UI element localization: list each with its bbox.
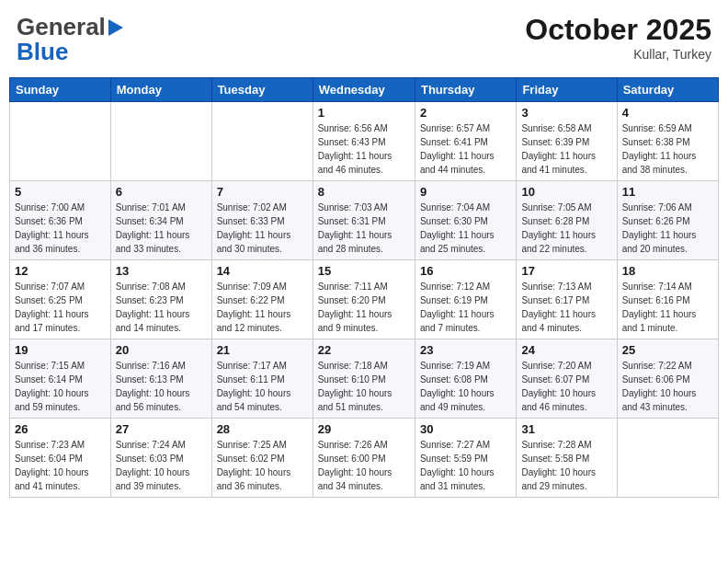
day-number: 8 <box>318 185 410 199</box>
calendar-day-26: 26Sunrise: 7:23 AM Sunset: 6:04 PM Dayli… <box>10 419 111 498</box>
day-number: 3 <box>521 106 611 120</box>
day-info: Sunrise: 7:13 AM Sunset: 6:17 PM Dayligh… <box>521 280 611 335</box>
calendar-day-23: 23Sunrise: 7:19 AM Sunset: 6:08 PM Dayli… <box>415 339 516 419</box>
day-number: 2 <box>420 106 511 120</box>
weekday-header-saturday: Saturday <box>617 78 718 102</box>
calendar-empty-cell <box>10 102 111 181</box>
day-number: 6 <box>116 185 207 199</box>
day-number: 9 <box>420 185 511 199</box>
day-info: Sunrise: 7:16 AM Sunset: 6:13 PM Dayligh… <box>116 359 207 414</box>
calendar-day-27: 27Sunrise: 7:24 AM Sunset: 6:03 PM Dayli… <box>110 419 211 498</box>
day-number: 16 <box>420 264 511 278</box>
day-info: Sunrise: 7:07 AM Sunset: 6:25 PM Dayligh… <box>15 280 106 335</box>
day-info: Sunrise: 7:27 AM Sunset: 5:59 PM Dayligh… <box>420 438 511 493</box>
calendar-day-15: 15Sunrise: 7:11 AM Sunset: 6:20 PM Dayli… <box>313 260 415 339</box>
day-number: 25 <box>622 343 713 357</box>
day-number: 4 <box>622 106 713 120</box>
weekday-header-wednesday: Wednesday <box>313 78 415 102</box>
calendar-day-14: 14Sunrise: 7:09 AM Sunset: 6:22 PM Dayli… <box>211 260 313 339</box>
calendar-day-6: 6Sunrise: 7:01 AM Sunset: 6:34 PM Daylig… <box>110 181 211 260</box>
day-info: Sunrise: 7:20 AM Sunset: 6:07 PM Dayligh… <box>521 359 611 414</box>
day-number: 27 <box>116 422 207 436</box>
logo: General Blue <box>17 13 124 66</box>
day-number: 26 <box>15 422 106 436</box>
day-info: Sunrise: 7:05 AM Sunset: 6:28 PM Dayligh… <box>521 201 611 256</box>
calendar-week-row: 19Sunrise: 7:15 AM Sunset: 6:14 PM Dayli… <box>10 339 719 419</box>
calendar-day-21: 21Sunrise: 7:17 AM Sunset: 6:11 PM Dayli… <box>211 339 313 419</box>
calendar-day-16: 16Sunrise: 7:12 AM Sunset: 6:19 PM Dayli… <box>415 260 516 339</box>
day-number: 1 <box>318 106 410 120</box>
day-number: 12 <box>15 264 106 278</box>
day-number: 19 <box>15 343 106 357</box>
calendar-day-31: 31Sunrise: 7:28 AM Sunset: 5:58 PM Dayli… <box>517 419 617 498</box>
day-number: 14 <box>217 264 308 278</box>
day-number: 30 <box>420 422 511 436</box>
day-info: Sunrise: 7:18 AM Sunset: 6:10 PM Dayligh… <box>318 359 410 414</box>
day-info: Sunrise: 6:56 AM Sunset: 6:43 PM Dayligh… <box>318 121 410 177</box>
day-info: Sunrise: 7:19 AM Sunset: 6:08 PM Dayligh… <box>420 359 511 414</box>
title-block: October 2025 Kullar, Turkey <box>525 13 711 62</box>
day-number: 15 <box>318 264 410 278</box>
day-info: Sunrise: 7:14 AM Sunset: 6:16 PM Dayligh… <box>622 280 713 335</box>
calendar-week-row: 26Sunrise: 7:23 AM Sunset: 6:04 PM Dayli… <box>10 419 719 498</box>
day-info: Sunrise: 7:08 AM Sunset: 6:23 PM Dayligh… <box>116 280 207 335</box>
calendar-day-24: 24Sunrise: 7:20 AM Sunset: 6:07 PM Dayli… <box>517 339 617 419</box>
day-number: 17 <box>521 264 611 278</box>
day-number: 22 <box>318 343 410 357</box>
day-info: Sunrise: 6:57 AM Sunset: 6:41 PM Dayligh… <box>420 121 511 177</box>
day-info: Sunrise: 7:02 AM Sunset: 6:33 PM Dayligh… <box>217 201 308 256</box>
day-number: 11 <box>622 185 713 199</box>
day-info: Sunrise: 7:03 AM Sunset: 6:31 PM Dayligh… <box>318 201 410 256</box>
weekday-header-friday: Friday <box>517 78 617 102</box>
calendar-day-13: 13Sunrise: 7:08 AM Sunset: 6:23 PM Dayli… <box>110 260 211 339</box>
calendar-day-11: 11Sunrise: 7:06 AM Sunset: 6:26 PM Dayli… <box>617 181 718 260</box>
calendar-day-8: 8Sunrise: 7:03 AM Sunset: 6:31 PM Daylig… <box>313 181 415 260</box>
day-info: Sunrise: 7:04 AM Sunset: 6:30 PM Dayligh… <box>420 201 511 256</box>
weekday-header-thursday: Thursday <box>415 78 516 102</box>
calendar-day-4: 4Sunrise: 6:59 AM Sunset: 6:38 PM Daylig… <box>617 102 718 181</box>
day-info: Sunrise: 7:15 AM Sunset: 6:14 PM Dayligh… <box>15 359 106 414</box>
day-info: Sunrise: 7:25 AM Sunset: 6:02 PM Dayligh… <box>217 438 308 493</box>
day-number: 5 <box>15 185 106 199</box>
calendar-day-10: 10Sunrise: 7:05 AM Sunset: 6:28 PM Dayli… <box>517 181 617 260</box>
weekday-header-monday: Monday <box>110 78 211 102</box>
calendar-day-30: 30Sunrise: 7:27 AM Sunset: 5:59 PM Dayli… <box>415 419 516 498</box>
day-number: 23 <box>420 343 511 357</box>
day-info: Sunrise: 7:09 AM Sunset: 6:22 PM Dayligh… <box>217 280 308 335</box>
day-number: 28 <box>217 422 308 436</box>
day-info: Sunrise: 7:06 AM Sunset: 6:26 PM Dayligh… <box>622 201 713 256</box>
calendar-day-18: 18Sunrise: 7:14 AM Sunset: 6:16 PM Dayli… <box>617 260 718 339</box>
day-number: 29 <box>318 422 410 436</box>
day-info: Sunrise: 7:26 AM Sunset: 6:00 PM Dayligh… <box>318 438 410 493</box>
day-number: 31 <box>521 422 611 436</box>
day-info: Sunrise: 7:11 AM Sunset: 6:20 PM Dayligh… <box>318 280 410 335</box>
day-number: 10 <box>521 185 611 199</box>
calendar-empty-cell <box>211 102 313 181</box>
weekday-header-sunday: Sunday <box>10 78 111 102</box>
calendar-day-20: 20Sunrise: 7:16 AM Sunset: 6:13 PM Dayli… <box>110 339 211 419</box>
calendar-day-17: 17Sunrise: 7:13 AM Sunset: 6:17 PM Dayli… <box>517 260 617 339</box>
calendar-empty-cell <box>617 419 718 498</box>
calendar-day-2: 2Sunrise: 6:57 AM Sunset: 6:41 PM Daylig… <box>415 102 516 181</box>
calendar-empty-cell <box>110 102 211 181</box>
day-info: Sunrise: 6:58 AM Sunset: 6:39 PM Dayligh… <box>521 121 611 177</box>
month-title: October 2025 <box>525 13 711 47</box>
day-number: 24 <box>521 343 611 357</box>
calendar-week-row: 5Sunrise: 7:00 AM Sunset: 6:36 PM Daylig… <box>10 181 719 260</box>
calendar-day-7: 7Sunrise: 7:02 AM Sunset: 6:33 PM Daylig… <box>211 181 313 260</box>
day-number: 20 <box>116 343 207 357</box>
day-info: Sunrise: 7:12 AM Sunset: 6:19 PM Dayligh… <box>420 280 511 335</box>
calendar-day-12: 12Sunrise: 7:07 AM Sunset: 6:25 PM Dayli… <box>10 260 111 339</box>
day-number: 13 <box>116 264 207 278</box>
calendar-day-29: 29Sunrise: 7:26 AM Sunset: 6:00 PM Dayli… <box>313 419 415 498</box>
day-info: Sunrise: 7:24 AM Sunset: 6:03 PM Dayligh… <box>116 438 207 493</box>
day-number: 18 <box>622 264 713 278</box>
day-info: Sunrise: 7:01 AM Sunset: 6:34 PM Dayligh… <box>116 201 207 256</box>
day-number: 21 <box>217 343 308 357</box>
calendar-table: SundayMondayTuesdayWednesdayThursdayFrid… <box>9 77 719 498</box>
logo-blue: Blue <box>17 38 68 66</box>
day-number: 7 <box>217 185 308 199</box>
calendar-week-row: 1Sunrise: 6:56 AM Sunset: 6:43 PM Daylig… <box>10 102 719 181</box>
calendar-day-3: 3Sunrise: 6:58 AM Sunset: 6:39 PM Daylig… <box>517 102 617 181</box>
day-info: Sunrise: 7:00 AM Sunset: 6:36 PM Dayligh… <box>15 201 106 256</box>
